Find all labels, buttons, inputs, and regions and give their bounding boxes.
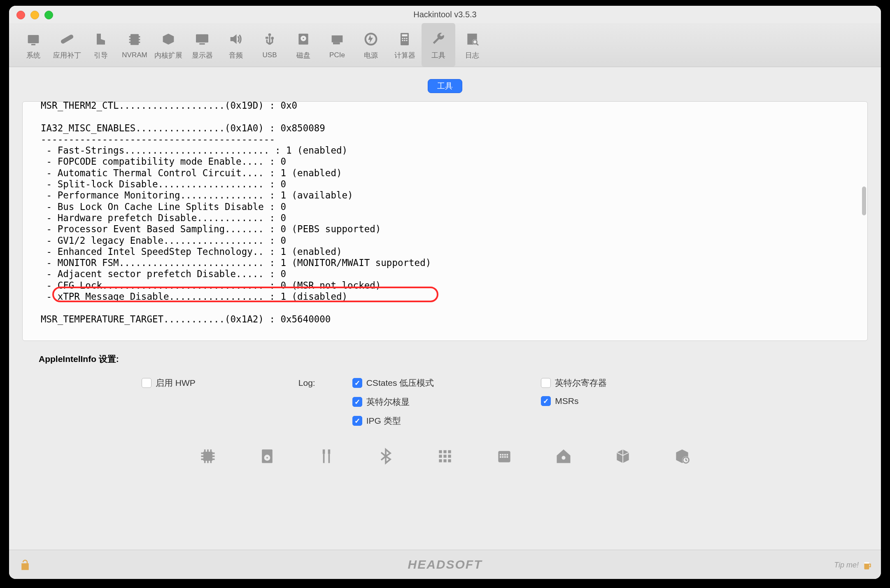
checkbox-ipg[interactable] [352, 416, 362, 426]
svg-rect-2 [60, 34, 74, 44]
svg-point-14 [271, 37, 274, 40]
toolbar-bandage[interactable]: 应用补丁 [50, 23, 84, 67]
svg-rect-68 [502, 456, 504, 458]
svg-point-25 [406, 37, 407, 39]
svg-rect-65 [504, 454, 506, 456]
toolbar-usb[interactable]: USB [253, 23, 287, 67]
svg-rect-0 [28, 35, 39, 43]
beer-icon[interactable] [862, 558, 873, 572]
svg-point-12 [268, 33, 271, 36]
toolbar-log[interactable]: 日志 [455, 23, 489, 67]
checkbox-igpu[interactable] [352, 397, 362, 407]
svg-rect-33 [203, 452, 212, 461]
label-hwp: 启用 HWP [156, 377, 196, 389]
svg-rect-18 [332, 35, 343, 42]
toolbar-label: 引导 [94, 51, 108, 60]
settings-heading: AppleIntelInfo 设置: [39, 353, 868, 365]
label-msrs: MSRs [555, 396, 578, 406]
svg-rect-9 [139, 42, 140, 43]
home-icon[interactable] [555, 447, 573, 465]
svg-rect-22 [402, 34, 407, 36]
toolbar-display[interactable]: 显示器 [185, 23, 219, 67]
toolbar-chip[interactable]: NVRAM [118, 23, 151, 67]
svg-rect-54 [443, 450, 446, 453]
svg-rect-55 [448, 450, 451, 453]
wrench-icon [429, 30, 447, 48]
toolbar-monitor[interactable]: 系统 [16, 23, 50, 67]
checkbox-intel-regs[interactable] [541, 378, 551, 388]
lock-open-icon[interactable] [19, 559, 31, 572]
svg-rect-59 [439, 459, 442, 462]
checkbox-hwp[interactable] [142, 378, 151, 388]
window-title: Hackintool v3.5.3 [413, 10, 476, 19]
minimize-icon[interactable] [30, 11, 39, 19]
display-icon [193, 30, 211, 48]
svg-rect-4 [129, 36, 130, 37]
svg-point-23 [402, 37, 403, 39]
cpu-icon[interactable] [199, 447, 217, 465]
toolbar-disk[interactable]: 磁盘 [287, 23, 320, 67]
toolbar-label: PCIe [329, 51, 345, 59]
toolbar-speaker[interactable]: 音频 [219, 23, 253, 67]
cube-icon[interactable] [614, 447, 632, 465]
settings-options: 启用 HWP Log: CStates 低压模式 英特尔核显 IPG 类型 英特… [22, 377, 868, 427]
toolbar-wrench[interactable]: 工具 [422, 23, 455, 67]
svg-point-27 [404, 40, 405, 41]
toolbar-boot[interactable]: 引导 [84, 23, 118, 67]
toolbar-label: 显示器 [192, 51, 213, 60]
console-output[interactable]: MSR_THERM2_CTL...................(0x19D)… [23, 101, 867, 331]
toolbar-label: 计算器 [394, 51, 415, 60]
svg-point-28 [406, 40, 407, 41]
toolbar-pcie[interactable]: PCIe [320, 23, 354, 67]
svg-point-48 [266, 457, 268, 459]
chip-icon [126, 30, 144, 49]
svg-rect-58 [448, 455, 451, 457]
toolbar-label: 内核扩展 [154, 51, 182, 60]
utility-icon-row [22, 447, 868, 465]
label-igpu: 英特尔核显 [366, 396, 410, 408]
svg-rect-8 [139, 39, 140, 40]
svg-rect-7 [139, 36, 140, 37]
svg-rect-5 [129, 39, 130, 40]
svg-point-24 [404, 37, 405, 39]
checkbox-msrs[interactable] [541, 396, 551, 406]
close-icon[interactable] [16, 11, 25, 19]
svg-rect-66 [507, 454, 508, 456]
calendar-icon[interactable] [495, 447, 513, 465]
zoom-icon[interactable] [44, 11, 53, 19]
grid-icon[interactable] [436, 447, 454, 465]
usb-icon [261, 30, 279, 49]
svg-rect-13 [266, 37, 268, 39]
svg-rect-61 [448, 459, 451, 462]
toolbar-label: 音频 [229, 51, 243, 60]
tip-label[interactable]: Tip me! [834, 561, 859, 569]
svg-rect-60 [443, 459, 446, 462]
disk-dump-icon[interactable] [258, 447, 276, 465]
toolbar-calc[interactable]: 计算器 [388, 23, 422, 67]
speaker-icon [227, 30, 245, 48]
footer: HEADSOFT Tip me! [9, 550, 881, 579]
svg-rect-70 [507, 456, 508, 458]
toolbar-label: 电源 [364, 51, 378, 60]
toolbar-label: USB [263, 51, 277, 59]
svg-rect-3 [130, 34, 139, 45]
label-intel-regs: 英特尔寄存器 [555, 377, 607, 389]
bluetooth-icon[interactable] [377, 447, 395, 465]
checkbox-cstates[interactable] [352, 378, 362, 388]
svg-rect-56 [439, 455, 442, 457]
svg-point-26 [402, 40, 403, 41]
toolbar-power[interactable]: 电源 [354, 23, 388, 67]
svg-point-17 [303, 37, 304, 39]
pcie-icon [328, 30, 346, 49]
cables-icon[interactable] [317, 447, 335, 465]
console-panel: MSR_THERM2_CTL...................(0x19D)… [22, 101, 868, 341]
scrollbar-thumb[interactable] [862, 187, 866, 215]
cube-time-icon[interactable] [673, 447, 691, 465]
toolbar-label: 工具 [431, 51, 445, 60]
segment-tools[interactable]: 工具 [428, 79, 462, 93]
toolbar-label: 系统 [26, 51, 40, 60]
toolbar-module[interactable]: 内核扩展 [151, 23, 185, 67]
module-icon [159, 30, 177, 48]
svg-rect-64 [502, 454, 504, 456]
toolbar-label: 日志 [465, 51, 479, 60]
